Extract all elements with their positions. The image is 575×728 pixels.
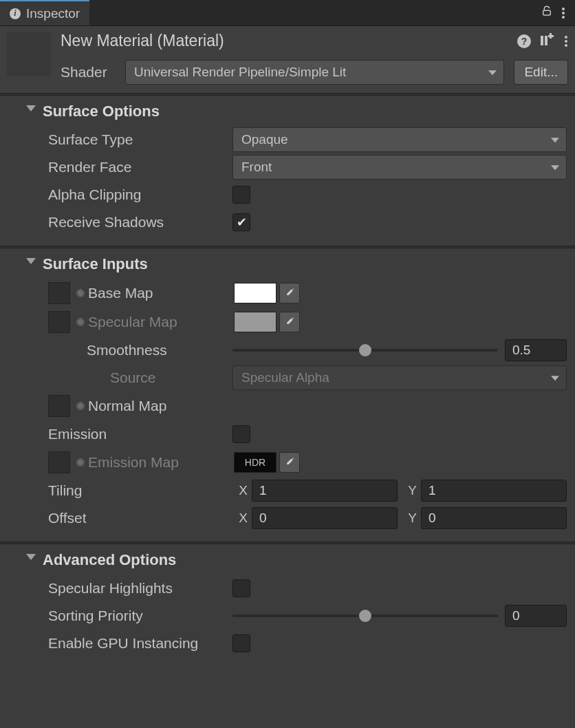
source-value: Specular Alpha [241,370,329,385]
x-label: X [232,483,248,498]
specular-highlights-checkbox[interactable] [232,579,250,597]
emission-checkbox[interactable] [232,425,250,443]
surface-type-dropdown[interactable]: Opaque [232,127,567,152]
svg-rect-7 [548,35,554,37]
edit-button[interactable]: Edit... [514,60,568,85]
svg-rect-5 [545,36,547,45]
smoothness-source-dropdown[interactable]: Specular Alpha [232,365,567,390]
smoothness-label: Smoothness [48,342,232,358]
tiling-x-input[interactable]: 1 [252,480,398,502]
offset-x-input[interactable]: 0 [252,507,398,529]
render-face-dropdown[interactable]: Front [232,155,567,180]
render-face-value: Front [241,160,272,175]
tiling-label: Tiling [48,482,232,499]
base-map-texture-slot[interactable] [48,282,70,304]
sorting-priority-slider[interactable] [232,614,498,617]
svg-point-1 [562,8,565,10]
chevron-down-icon [551,165,559,170]
smoothness-slider[interactable] [232,349,498,352]
tiling-y-value: 1 [428,483,436,498]
offset-y-input[interactable]: 0 [421,507,567,529]
section-title: Surface Inputs [26,255,148,273]
render-face-label: Render Face [48,159,232,175]
shader-dropdown[interactable]: Universal Render Pipeline/Simple Lit [125,60,504,85]
foldout-icon [26,258,36,264]
emission-map-texture-slot[interactable] [48,451,70,473]
object-picker-icon[interactable] [76,317,85,327]
normal-map-label: Normal Map [88,398,166,414]
svg-point-10 [565,44,567,47]
svg-point-2 [562,12,565,14]
specular-map-texture-slot[interactable] [48,311,70,333]
eyedropper-icon[interactable] [279,452,300,473]
normal-map-texture-slot[interactable] [48,395,70,417]
receive-shadows-label: Receive Shadows [48,214,232,231]
shader-value: Universal Render Pipeline/Simple Lit [134,65,346,80]
inspector-tab[interactable]: i Inspector [0,0,89,25]
object-picker-icon[interactable] [76,458,85,467]
svg-point-8 [565,36,567,39]
surface-inputs-section: Surface Inputs Base Map Specular Map Smo… [0,248,575,542]
specular-highlights-label: Specular Highlights [48,580,232,597]
y-label: Y [402,511,417,526]
base-map-label: Base Map [88,285,153,301]
offset-y-value: 0 [428,511,436,526]
tab-label: Inspector [26,6,80,21]
material-title: New Material (Material) [61,32,224,50]
tiling-y-input[interactable]: 1 [421,480,567,502]
edit-button-label: Edit... [524,65,558,80]
advanced-options-section: Advanced Options Specular Highlights Sor… [0,544,575,667]
help-icon[interactable]: ? [517,34,531,48]
specular-map-label: Specular Map [88,314,177,330]
preset-icon[interactable] [541,33,554,49]
offset-label: Offset [48,510,232,526]
advanced-options-header[interactable]: Advanced Options [0,551,575,575]
foldout-icon [26,554,36,560]
lock-icon[interactable] [541,5,553,21]
emission-map-label: Emission Map [88,454,179,471]
shader-label: Shader [61,64,116,81]
surface-options-header[interactable]: Surface Options [0,103,575,126]
chevron-down-icon [551,376,559,381]
surface-options-section: Surface Options Surface Type Opaque Rend… [0,96,575,246]
tiling-x-value: 1 [259,483,267,498]
gpu-instancing-label: Enable GPU Instancing [48,635,232,652]
hdr-label: HDR [245,457,265,468]
gpu-instancing-checkbox[interactable] [232,634,250,652]
chevron-down-icon [551,138,559,142]
smoothness-value[interactable]: 0.5 [505,339,567,361]
base-map-color[interactable] [234,283,276,303]
svg-rect-0 [543,10,551,15]
sorting-priority-label: Sorting Priority [48,608,232,624]
surface-type-label: Surface Type [48,131,232,148]
slider-thumb[interactable] [359,344,371,356]
object-picker-icon[interactable] [76,288,85,298]
x-label: X [232,511,248,526]
receive-shadows-checkbox[interactable]: ✔ [232,213,250,231]
y-label: Y [402,483,417,498]
alpha-clipping-label: Alpha Clipping [48,186,232,203]
offset-x-value: 0 [259,511,267,526]
svg-rect-4 [541,36,543,45]
alpha-clipping-checkbox[interactable] [232,186,250,204]
foldout-icon [26,105,36,111]
material-preview[interactable] [7,32,51,76]
section-title: Advanced Options [26,551,176,569]
object-picker-icon[interactable] [76,401,85,411]
svg-point-9 [565,40,567,43]
material-header: New Material (Material) ? Shader Univers… [0,26,575,93]
surface-inputs-header[interactable]: Surface Inputs [0,255,575,279]
sorting-priority-value-text: 0 [512,608,520,623]
sorting-priority-value[interactable]: 0 [505,605,567,627]
kebab-icon[interactable] [561,7,565,19]
specular-map-color[interactable] [234,312,276,332]
svg-point-3 [562,16,565,19]
emission-color[interactable]: HDR [234,452,276,473]
chevron-down-icon [488,70,497,75]
eyedropper-icon[interactable] [279,312,300,332]
surface-type-value: Opaque [241,132,288,147]
emission-label: Emission [48,426,232,442]
kebab-icon[interactable] [564,35,568,47]
eyedropper-icon[interactable] [279,283,300,303]
slider-thumb[interactable] [359,610,371,622]
